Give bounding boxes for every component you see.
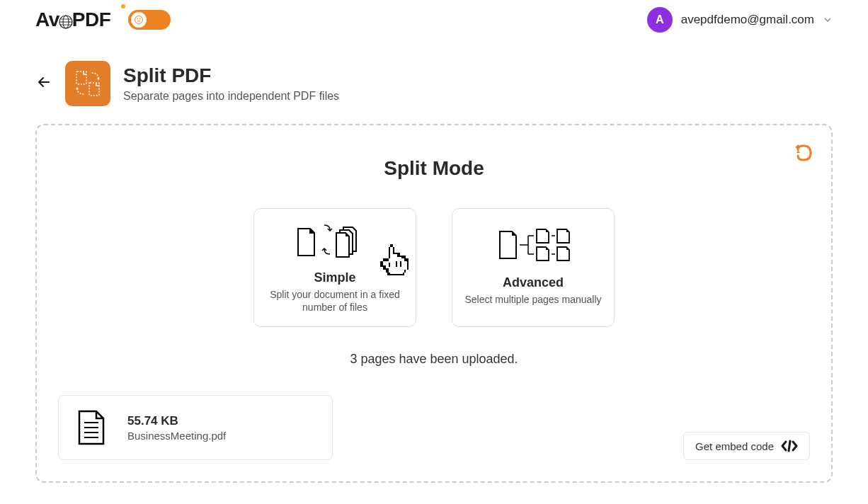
- user-email: avepdfdemo@gmail.com: [681, 13, 814, 27]
- svg-rect-15: [389, 253, 400, 256]
- svg-rect-22: [387, 273, 404, 275]
- arrow-left-icon: [35, 74, 52, 91]
- svg-rect-17: [383, 258, 409, 261]
- svg-point-6: [137, 18, 138, 20]
- logo-part2: PDF: [72, 8, 111, 30]
- chevron-down-icon: [823, 15, 833, 25]
- svg-rect-25: [386, 261, 389, 268]
- svg-rect-19: [380, 264, 409, 267]
- code-icon: [781, 440, 798, 452]
- svg-rect-34: [390, 273, 403, 274]
- tool-icon: [65, 61, 110, 106]
- bottom-row: 55.74 KB BusinessMeeting.pdf Get embed c…: [58, 395, 810, 460]
- file-size: 55.74 KB: [127, 414, 226, 428]
- toggle-indicator-dot: [121, 4, 125, 8]
- split-mode-options: Simple Split your document in a fixed nu…: [58, 208, 810, 327]
- mode-simple-card[interactable]: Simple Split your document in a fixed nu…: [253, 208, 416, 327]
- svg-line-45: [789, 441, 790, 451]
- undo-icon: [794, 143, 813, 163]
- svg-rect-31: [401, 258, 404, 271]
- tool-info: Split PDF Separate pages into independen…: [123, 64, 339, 103]
- upload-status: 3 pages have been uploaded.: [58, 352, 810, 367]
- svg-rect-28: [396, 254, 397, 261]
- avatar-letter: A: [656, 13, 664, 26]
- app-logo[interactable]: AvPDF: [35, 8, 110, 31]
- main-panel: Split Mode Simple Split your document: [35, 124, 833, 483]
- header-left: AvPDF: [35, 8, 171, 31]
- advanced-mode-icon: [493, 223, 574, 267]
- mode-simple-title: Simple: [314, 270, 355, 285]
- svg-rect-9: [89, 83, 99, 96]
- cursor-icon: [380, 244, 412, 284]
- mode-advanced-title: Advanced: [503, 275, 564, 290]
- svg-rect-21: [386, 270, 406, 273]
- svg-rect-23: [390, 247, 393, 270]
- simple-mode-icon: [295, 223, 376, 262]
- toggle-knob: [131, 12, 147, 28]
- embed-code-label: Get embed code: [695, 440, 774, 452]
- svg-rect-20: [383, 267, 409, 270]
- file-info-card: 55.74 KB BusinessMeeting.pdf: [58, 395, 333, 460]
- svg-rect-24: [389, 258, 392, 263]
- svg-rect-32: [404, 261, 407, 270]
- page-title: Split PDF: [123, 64, 339, 87]
- svg-rect-12: [390, 244, 393, 247]
- svg-rect-16: [389, 256, 406, 258]
- svg-rect-33: [389, 267, 404, 273]
- svg-point-5: [135, 16, 143, 24]
- mode-advanced-card[interactable]: Advanced Select multiple pages manually: [452, 208, 615, 327]
- logo-part1: Av: [35, 8, 59, 30]
- svg-rect-30: [400, 257, 401, 261]
- theme-toggle[interactable]: [128, 10, 171, 30]
- split-pdf-icon: [72, 67, 104, 100]
- document-icon: [76, 410, 106, 445]
- svg-rect-14: [389, 250, 394, 253]
- svg-rect-8: [76, 71, 86, 84]
- header-right[interactable]: A avepdfdemo@gmail.com: [647, 7, 833, 33]
- file-details: 55.74 KB BusinessMeeting.pdf: [127, 414, 226, 442]
- smile-icon: [135, 16, 143, 24]
- svg-rect-26: [383, 261, 386, 265]
- reset-button[interactable]: [794, 143, 813, 166]
- page-header: Split PDF Separate pages into independen…: [0, 40, 868, 124]
- svg-point-11: [98, 78, 100, 80]
- svg-rect-27: [393, 254, 396, 273]
- globe-icon: [58, 12, 74, 28]
- svg-rect-29: [397, 257, 400, 273]
- user-avatar: A: [647, 7, 673, 33]
- page-subtitle: Separate pages into independent PDF file…: [123, 90, 339, 103]
- mode-simple-description: Split your document in a fixed number of…: [265, 288, 405, 314]
- svg-rect-18: [380, 261, 409, 264]
- svg-rect-13: [389, 247, 394, 250]
- embed-code-button[interactable]: Get embed code: [683, 432, 810, 460]
- file-name: BusinessMeeting.pdf: [127, 430, 226, 442]
- svg-point-7: [139, 18, 141, 20]
- mode-advanced-description: Select multiple pages manually: [465, 293, 602, 306]
- svg-point-10: [76, 88, 79, 90]
- section-title: Split Mode: [58, 157, 810, 180]
- app-header: AvPDF A avepdfdemo@gmail.com: [0, 0, 868, 40]
- theme-toggle-container: [128, 10, 171, 30]
- back-button[interactable]: [35, 74, 52, 93]
